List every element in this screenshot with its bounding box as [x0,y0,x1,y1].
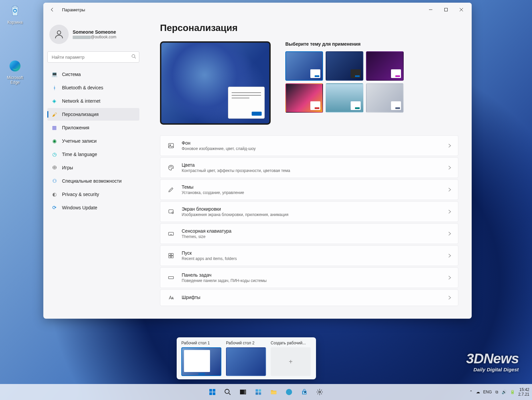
svg-rect-39 [305,392,306,393]
theme-tile-2[interactable] [366,51,404,81]
window-title: Параметры [62,7,85,12]
chevron-right-icon [448,231,451,236]
setting-row-touch-keyboard[interactable]: Сенсорная клавиатура Themes, size [160,223,458,244]
taskbar-widgets-icon[interactable] [252,385,265,399]
accounts-icon: ◉ [51,138,57,144]
tray-chevron-icon[interactable]: ⌃ [469,390,473,394]
setting-row-taskbar[interactable]: Панель задач Поведение панели задач, ПИН… [160,267,458,288]
background-icon [167,142,175,149]
user-email: xxxx@outlook.com [73,35,116,39]
sidebar-item-accessibility[interactable]: ⚇Специальные возможности [47,175,139,187]
maximize-button[interactable] [438,3,454,16]
taskbar-icon [167,274,175,281]
gaming-icon: ⴲ [51,165,57,171]
new-desktop-button[interactable]: + [271,347,311,376]
onedrive-icon[interactable]: ☁ [476,390,480,394]
taskview-new-desktop[interactable]: Создать рабочий...+ [271,341,311,376]
desktop-icon-edge-browser[interactable]: Microsoft Edge [3,58,27,85]
setting-row-background[interactable]: Фон Фоновое изображение, цвет, слайд-шоу [160,135,458,156]
theme-tile-4[interactable] [326,83,363,113]
taskbar-taskview-icon[interactable] [236,385,250,399]
page-title: Персонализация [160,23,458,33]
user-block[interactable]: Someone Someone xxxx@outlook.com [47,23,139,50]
fonts-icon [167,294,175,301]
sidebar-item-network[interactable]: ◈Network & internet [47,95,139,107]
setting-row-start[interactable]: Пуск Recent apps and items, folders [160,245,458,266]
search-input[interactable] [47,51,139,63]
sidebar-item-system[interactable]: 💻Система [47,68,139,81]
taskbar-settings-icon[interactable] [313,385,326,399]
svg-rect-41 [305,393,306,394]
theme-tile-1[interactable] [326,51,363,81]
svg-rect-40 [303,393,304,394]
themes-icon [167,186,175,193]
chevron-right-icon [448,275,451,280]
settings-list: Фон Фоновое изображение, цвет, слайд-шоу… [160,135,458,306]
system-tray: ⌃ ☁ ENG ⧉ 🔊 🔋 15:42 2.7.21 [469,387,529,397]
svg-rect-22 [171,256,173,258]
taskbar-store-icon[interactable] [298,385,311,399]
svg-point-10 [171,166,171,167]
taskview-desktop-2[interactable]: Рабочий стол 2 [226,341,266,376]
svg-rect-34 [256,392,258,395]
sidebar-item-personalization[interactable]: 🖌Персонализация [47,108,139,121]
svg-rect-19 [169,253,171,255]
setting-row-lockscreen[interactable]: Экран блокировки Изображения экрана блок… [160,201,458,222]
svg-rect-32 [256,389,258,392]
theme-preview [160,41,271,125]
sidebar-item-accounts[interactable]: ◉Учетные записи [47,135,139,147]
language-indicator[interactable]: ENG [483,390,492,394]
setting-row-themes[interactable]: Темы Установка, создание, управление [160,179,458,200]
theme-tile-3[interactable] [285,83,323,113]
sidebar-item-privacy[interactable]: ◐Privacy & security [47,188,139,201]
volume-tray-icon[interactable]: 🔊 [502,390,507,394]
svg-rect-33 [259,389,261,392]
touch-keyboard-icon [167,230,175,237]
theme-tile-0[interactable] [285,51,323,81]
sidebar: Someone Someone xxxx@outlook.com 💻Систем… [43,17,143,319]
theme-tile-5[interactable] [366,83,404,113]
svg-point-9 [170,167,170,168]
sidebar-item-bluetooth[interactable]: ᚼBluetooth & devices [47,81,139,94]
taskbar-start-icon[interactable] [206,385,219,399]
svg-line-29 [229,393,231,395]
preview-mini-window [228,87,265,119]
sidebar-item-apps[interactable]: ▦Приложения [47,121,139,134]
svg-rect-35 [259,392,261,395]
svg-point-5 [132,55,135,58]
svg-rect-7 [169,143,174,148]
taskbar-edge-icon[interactable] [282,385,296,399]
battery-tray-icon[interactable]: 🔋 [510,390,515,394]
svg-rect-30 [240,390,244,394]
svg-rect-27 [213,392,215,395]
setting-row-fonts[interactable]: Шрифты [160,289,458,306]
taskbar-explorer-icon[interactable] [267,385,280,399]
back-button[interactable] [46,3,59,16]
sidebar-item-update[interactable]: ⟳Windows Update [47,201,139,214]
minimize-button[interactable] [423,3,438,16]
taskbar-search-icon[interactable] [221,385,234,399]
chevron-right-icon [448,209,451,214]
accessibility-icon: ⚇ [51,178,57,184]
taskbar: ⌃ ☁ ENG ⧉ 🔊 🔋 15:42 2.7.21 [0,384,532,400]
desktop-icon-recycle-bin[interactable]: Корзина [3,3,27,25]
network-tray-icon[interactable]: ⧉ [495,390,498,394]
svg-rect-25 [213,389,215,392]
taskview-desktop-1[interactable]: Рабочий стол 1 [181,341,221,376]
svg-rect-20 [171,253,173,255]
bluetooth-icon: ᚼ [51,85,57,91]
setting-row-colors[interactable]: Цвета Контрастный цвет, эффекты прозрачн… [160,157,458,178]
sidebar-item-time-language[interactable]: ◷Time & language [47,148,139,161]
clock[interactable]: 15:42 2.7.21 [518,387,529,397]
title-bar: Параметры [43,3,472,17]
sidebar-item-gaming[interactable]: ⴲИгры [47,161,139,174]
edge-browser-icon [7,58,23,74]
svg-rect-38 [303,392,304,393]
close-button[interactable] [454,3,469,16]
svg-rect-31 [245,390,246,394]
chevron-right-icon [448,187,451,192]
system-icon: 💻 [51,71,57,77]
svg-point-37 [286,389,292,395]
network-icon: ◈ [51,98,57,104]
svg-point-1 [10,61,21,72]
